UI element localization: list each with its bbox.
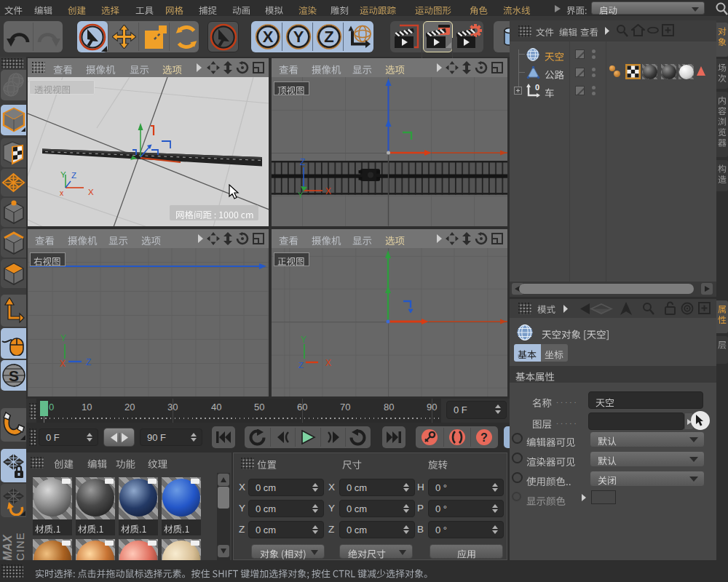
svg-text:x: x [60,188,64,197]
svg-text:Z: Z [298,361,304,370]
svg-text:X: X [263,28,274,46]
svg-text:X: X [325,186,331,196]
svg-text:Y: Y [293,28,304,46]
svg-text:X: X [88,188,94,196]
svg-text:MAX: MAX [1,534,14,561]
svg-text:?: ? [480,431,488,444]
svg-text:Y: Y [301,335,306,345]
svg-text:CINE: CINE [14,532,25,561]
svg-text:X: X [60,359,66,369]
svg-text:S: S [9,367,19,384]
svg-text:X: X [325,358,331,368]
svg-text:0: 0 [535,84,539,92]
svg-text:Z: Z [300,157,305,167]
svg-text:Y: Y [60,333,66,343]
svg-text:Y: Y [298,191,304,199]
svg-text:Z: Z [71,171,76,180]
svg-text:Z: Z [324,28,333,46]
svg-text:Z: Z [86,357,91,367]
svg-text:Y: Y [60,170,66,179]
